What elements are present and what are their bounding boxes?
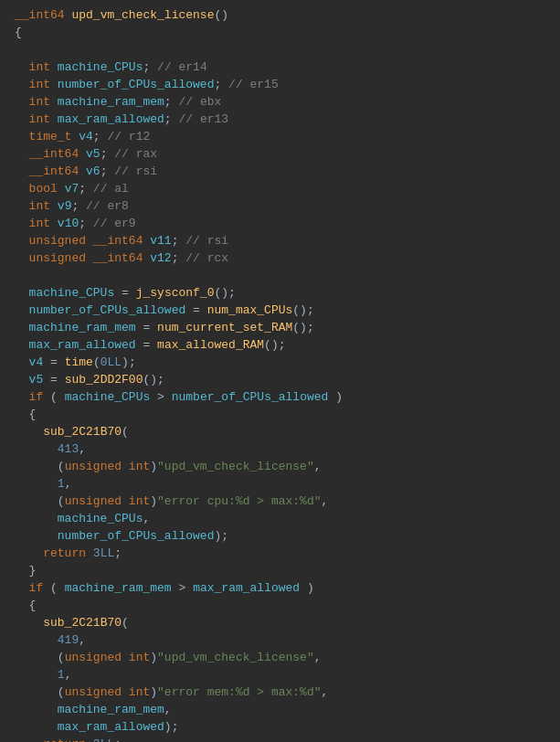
code-line-16 — [0, 268, 560, 285]
code-line-18: number_of_CPUs_allowed = num_max_CPUs ()… — [0, 302, 560, 320]
code-line-38: ( unsigned int ) "upd_vm_check_license" … — [0, 650, 560, 667]
code-line-8: time_t v4 ; // r12 — [0, 129, 560, 146]
code-line-12: int v9 ; // er8 — [0, 198, 560, 216]
code-container: __int64 upd_vm_check_license () { int ma… — [0, 0, 560, 742]
code-line-22: v5 = sub_2DD2F00 (); — [0, 372, 560, 389]
code-line-20: max_ram_allowed = max_allowed_RAM (); — [0, 337, 560, 355]
code-line-2: { — [0, 25, 560, 42]
code-line-10: __int64 v6 ; // rsi — [0, 164, 560, 181]
code-line-39: 1 , — [0, 667, 560, 684]
keyword-int64: __int64 — [15, 7, 65, 25]
code-line-14: unsigned __int64 v11 ; // rsi — [0, 233, 560, 250]
code-line-17: machine_CPUs = j_sysconf_0 (); — [0, 285, 560, 302]
code-line-15: unsigned __int64 v12 ; // rcx — [0, 250, 560, 268]
code-line-31: number_of_CPUs_allowed ); — [0, 528, 560, 546]
code-line-23: if ( machine_CPUs > number_of_CPUs_allow… — [0, 389, 560, 407]
code-line-41: machine_ram_mem , — [0, 702, 560, 719]
code-line-19: machine_ram_mem = num_current_set_RAM ()… — [0, 320, 560, 337]
code-line-1: __int64 upd_vm_check_license () — [0, 7, 560, 25]
code-line-28: 1 , — [0, 476, 560, 493]
code-line-7: int max_ram_allowed ; // er13 — [0, 111, 560, 129]
code-line-34: if ( machine_ram_mem > max_ram_allowed ) — [0, 580, 560, 598]
code-line-35: { — [0, 598, 560, 615]
code-line-30: machine_CPUs , — [0, 511, 560, 528]
code-line-21: v4 = time ( 0LL ); — [0, 355, 560, 372]
code-line-33: } — [0, 563, 560, 580]
code-line-4: int machine_CPUs ; // er14 — [0, 59, 560, 77]
code-line-37: 419 , — [0, 632, 560, 650]
code-line-24: { — [0, 407, 560, 424]
code-line-36: sub_2C21B70 ( — [0, 615, 560, 632]
code-line-43: return 3LL ; — [0, 737, 560, 742]
code-line-5: int number_of_CPUs_allowed ; // er15 — [0, 77, 560, 94]
code-line-40: ( unsigned int ) "error mem:%d > max:%d"… — [0, 684, 560, 702]
code-line-6: int machine_ram_mem ; // ebx — [0, 94, 560, 111]
code-line-26: 413 , — [0, 441, 560, 459]
code-line-27: ( unsigned int ) "upd_vm_check_license" … — [0, 459, 560, 476]
code-line-9: __int64 v5 ; // rax — [0, 146, 560, 164]
code-line-13: int v10 ; // er9 — [0, 216, 560, 233]
code-line-29: ( unsigned int ) "error cpu:%d > max:%d"… — [0, 493, 560, 511]
code-line-32: return 3LL ; — [0, 546, 560, 563]
code-line-42: max_ram_allowed ); — [0, 719, 560, 737]
code-line-11: bool v7 ; // al — [0, 181, 560, 198]
function-name: upd_vm_check_license — [71, 7, 214, 25]
code-line-3 — [0, 42, 560, 59]
code-line-25: sub_2C21B70 ( — [0, 424, 560, 441]
